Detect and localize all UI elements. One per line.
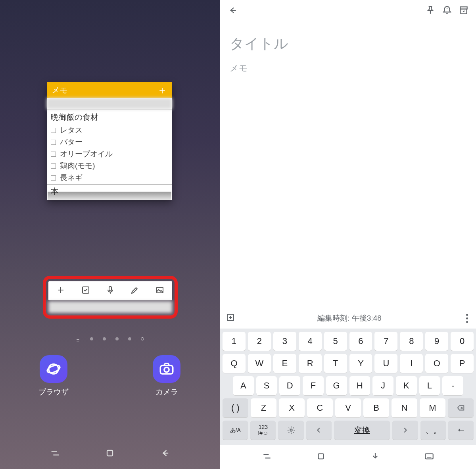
key-5[interactable]: 5 [324,332,347,351]
settings-key[interactable] [278,421,303,440]
editor-body[interactable]: タイトル メモ [220,22,476,308]
page-dot[interactable] [103,337,106,340]
convert-key[interactable]: 変換 [334,421,390,440]
recents-icon[interactable] [262,451,272,463]
key-n[interactable]: N [392,398,417,417]
key-k[interactable]: K [396,376,417,395]
keyboard: 1234567890 QWERTYUIOP ASDFGHJKL- ( ) Z X… [220,329,476,445]
archive-icon[interactable] [459,5,469,17]
checkbox-icon[interactable] [51,140,56,145]
key-o[interactable]: O [425,354,448,373]
checklist-item-label: 長ネギ [60,173,83,183]
key-m[interactable]: M [420,398,445,417]
home-icon[interactable] [316,451,326,463]
key-t[interactable]: T [324,354,347,373]
key-h[interactable]: H [349,376,370,395]
recents-icon[interactable] [50,448,61,460]
backspace-key[interactable] [448,398,474,417]
key-y[interactable]: Y [349,354,372,373]
key-0[interactable]: 0 [451,332,474,351]
page-indicator[interactable]: = [0,337,220,344]
key-x[interactable]: X [279,398,305,417]
key-parentheses[interactable]: ( ) [223,398,248,417]
page-dot-current[interactable] [141,337,144,340]
editor-toolbar [220,0,476,22]
checklist-item[interactable]: バター [47,136,172,148]
back-arrow-icon[interactable] [227,5,238,17]
memo-input[interactable]: メモ [230,62,466,74]
back-icon[interactable] [159,448,171,460]
checkbox-icon[interactable] [51,163,56,169]
checkbox-icon[interactable] [51,152,56,157]
home-icon[interactable] [104,448,115,460]
key-d[interactable]: D [279,376,300,395]
key-6[interactable]: 6 [349,332,372,351]
add-attachment-icon[interactable] [226,313,235,324]
apps-drawer-dot[interactable]: = [77,337,81,344]
key-u[interactable]: U [374,354,397,373]
key-q[interactable]: Q [223,354,246,373]
add-note-icon[interactable]: ＋ [157,85,167,95]
reminder-icon[interactable] [442,5,452,17]
key-z[interactable]: Z [251,398,276,417]
symbols-key[interactable]: 123 !#☺ [250,421,276,440]
svg-rect-7 [107,450,113,456]
key-p[interactable]: P [451,354,474,373]
key-g[interactable]: G [326,376,347,395]
key-e[interactable]: E [273,354,296,373]
more-menu-icon[interactable] [464,311,470,325]
widget-list-title[interactable]: 晩御飯の食材 [47,109,172,124]
keep-list-widget[interactable]: メモ ＋ 晩御飯の食材 レタスバターオリーブオイル鶏肉(モモ)長ネギ 本 [47,82,172,200]
key-s[interactable]: S [256,376,277,395]
new-note-icon[interactable] [56,285,65,296]
key-j[interactable]: J [372,376,393,395]
checklist-item[interactable]: 鶏肉(モモ) [47,160,172,172]
editor-footer: 編集時刻: 午後3:48 [220,308,476,329]
punctuation-key[interactable]: 、。 [420,421,446,440]
checklist-item[interactable]: 長ネギ [47,172,172,184]
key-9[interactable]: 9 [425,332,448,351]
key-v[interactable]: V [335,398,361,417]
key-r[interactable]: R [299,354,322,373]
key-8[interactable]: 8 [400,332,423,351]
system-navbar-right [220,445,476,469]
homescreen: メモ ＋ 晩御飯の食材 レタスバターオリーブオイル鶏肉(モモ)長ネギ 本 = [0,0,220,469]
image-note-icon[interactable] [155,285,165,296]
key-2[interactable]: 2 [248,332,271,351]
camera-app[interactable]: カメラ [149,355,184,397]
checklist-item[interactable]: オリーブオイル [47,148,172,160]
keyboard-icon[interactable] [424,451,434,463]
enter-key[interactable] [448,421,474,440]
key-b[interactable]: B [363,398,389,417]
key-i[interactable]: I [400,354,423,373]
page-dot[interactable] [90,337,93,340]
pin-icon[interactable] [425,5,436,17]
right-arrow-key[interactable] [392,421,418,440]
key-1[interactable]: 1 [223,332,246,351]
key--[interactable]: - [442,376,463,395]
page-dot[interactable] [128,337,131,340]
key-7[interactable]: 7 [374,332,397,351]
key-l[interactable]: L [419,376,440,395]
checkbox-icon[interactable] [51,128,56,133]
title-input[interactable]: タイトル [230,34,466,54]
key-4[interactable]: 4 [299,332,322,351]
key-a[interactable]: A [233,376,254,395]
key-3[interactable]: 3 [273,332,296,351]
key-f[interactable]: F [303,376,324,395]
page-dot[interactable] [115,337,119,340]
checkbox-icon[interactable] [51,175,56,181]
voice-note-icon[interactable] [106,285,115,296]
left-arrow-key[interactable] [306,421,332,440]
svg-point-6 [164,367,169,372]
svg-point-4 [46,364,61,374]
key-w[interactable]: W [248,354,271,373]
drawing-note-icon[interactable] [130,285,140,296]
keyboard-hide-icon[interactable] [370,451,380,463]
browser-app[interactable]: ブラウザ [36,355,71,397]
checklist-item[interactable]: レタス [47,124,172,136]
key-c[interactable]: C [307,398,333,417]
new-list-icon[interactable] [81,285,90,296]
mode-key[interactable]: あ/A [223,421,248,440]
keep-quickbar-widget [48,281,172,300]
